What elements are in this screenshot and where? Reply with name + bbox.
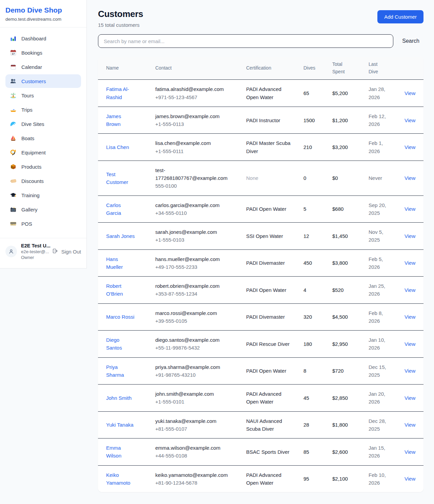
- sidebar-item-dive-sites[interactable]: Dive Sites: [5, 117, 81, 131]
- table-row: Sarah Jonessarah.jones@example.com+1-555…: [98, 223, 423, 250]
- view-customer-link[interactable]: View: [405, 175, 415, 181]
- sidebar-item-label: Equipment: [21, 150, 46, 155]
- view-customer-link[interactable]: View: [405, 422, 415, 428]
- shop-name: Demo Dive Shop: [5, 6, 81, 14]
- view-customer-link[interactable]: View: [405, 341, 415, 347]
- customer-total-spent: $720: [332, 367, 358, 375]
- customer-last-dive: Feb 1, 2026: [369, 139, 394, 155]
- customer-email: yuki.tanaka@example.com: [155, 417, 235, 425]
- credit-card-icon: [10, 220, 17, 227]
- table-row: Hans Muellerhans.mueller@example.com+49-…: [98, 249, 423, 277]
- customer-phone: 555-0100: [155, 182, 235, 190]
- customer-name-link[interactable]: Test Customer: [106, 171, 128, 185]
- view-customer-link[interactable]: View: [405, 206, 415, 212]
- sidebar-item-boats[interactable]: Boats: [5, 131, 81, 145]
- customer-certification: PADI Open Water: [246, 205, 293, 213]
- customer-name-link[interactable]: Diego Santos: [106, 337, 122, 351]
- customer-certification: PADI Divemaster: [246, 313, 293, 321]
- view-customer-link[interactable]: View: [405, 476, 415, 482]
- sidebar-item-equipment[interactable]: Equipment: [5, 146, 81, 159]
- view-customer-link[interactable]: View: [405, 314, 415, 320]
- customer-certification: PADI Advanced Open Water: [246, 390, 293, 406]
- customer-name-link[interactable]: Keiko Yamamoto: [106, 472, 130, 486]
- customer-name-link[interactable]: Priya Sharma: [106, 364, 124, 378]
- sidebar-item-trips[interactable]: Trips: [5, 103, 81, 116]
- view-customer-link[interactable]: View: [405, 395, 415, 401]
- sidebar-item-pos[interactable]: POS: [5, 217, 81, 230]
- customer-name-link[interactable]: Fatima Al-Rashid: [106, 86, 129, 100]
- users-icon: [10, 78, 17, 85]
- user-section: E2E Test U... e2e-tester@... Owner Sign …: [0, 238, 86, 266]
- customer-name-link[interactable]: Robert O'Brien: [106, 283, 123, 297]
- customer-name-link[interactable]: Marco Rossi: [106, 314, 134, 320]
- column-dives: Dives: [295, 57, 324, 80]
- grad-cap-icon: [10, 192, 17, 199]
- customer-name-link[interactable]: John Smith: [106, 395, 132, 401]
- customer-total-spent: $520: [332, 286, 358, 294]
- customer-dives: 180: [303, 340, 321, 348]
- sign-out-button[interactable]: Sign Out: [52, 248, 81, 255]
- table-row: John Smithjohn.smith@example.com+1-555-0…: [98, 385, 423, 412]
- customer-name-link[interactable]: Yuki Tanaka: [106, 422, 134, 428]
- sidebar-item-gallery[interactable]: Gallery: [5, 203, 81, 216]
- column-contact: Contact: [147, 57, 238, 80]
- view-customer-link[interactable]: View: [405, 287, 415, 293]
- customer-name-link[interactable]: Carlos Garcia: [106, 202, 121, 216]
- speedboat-icon: [10, 106, 17, 113]
- customer-email: marco.rossi@example.com: [155, 309, 235, 317]
- customer-name-link[interactable]: James Brown: [106, 113, 121, 127]
- page-title: Customers: [98, 9, 143, 19]
- customer-phone: +44-555-0108: [155, 452, 235, 460]
- table-row: Priya Sharmapriya.sharma@example.com+91-…: [98, 357, 423, 385]
- customer-certification: PADI Master Scuba Diver: [246, 139, 293, 155]
- sidebar-item-calendar[interactable]: Calendar: [5, 60, 81, 74]
- customer-email: lisa.chen@example.com: [155, 139, 235, 147]
- search-row: Search: [98, 34, 423, 48]
- customer-total-spent: $1,800: [332, 421, 358, 429]
- customer-name-link[interactable]: Emma Wilson: [106, 445, 121, 459]
- customer-name-link[interactable]: Lisa Chen: [106, 144, 129, 150]
- add-customer-button[interactable]: Add Customer: [377, 10, 423, 23]
- view-customer-link[interactable]: View: [405, 233, 415, 239]
- user-role: Owner: [21, 255, 48, 260]
- sidebar-item-dashboard[interactable]: Dashboard: [5, 32, 81, 45]
- total-customers-count: 15 total customers: [98, 22, 143, 28]
- sidebar-item-discounts[interactable]: Discounts: [5, 174, 81, 188]
- search-button[interactable]: Search: [402, 38, 419, 44]
- sidebar-item-label: Discounts: [21, 178, 44, 184]
- tag-icon: [10, 178, 17, 184]
- sidebar-item-bookings[interactable]: 17Bookings: [5, 46, 81, 59]
- view-customer-link[interactable]: View: [405, 449, 415, 455]
- customer-dives: 4: [303, 286, 321, 294]
- customer-name-link[interactable]: Hans Mueller: [106, 256, 123, 270]
- sidebar-item-products[interactable]: Products: [5, 160, 81, 173]
- camera-icon: [10, 206, 17, 213]
- customer-email: james.brown@example.com: [155, 112, 235, 120]
- customer-certification: None: [246, 174, 293, 182]
- customer-total-spent: $0: [332, 174, 358, 182]
- sidebar-nav: Dashboard17BookingsCalendarCustomersTour…: [0, 27, 86, 235]
- spiral-calendar-icon: [10, 63, 17, 70]
- table-row: Carlos Garciacarlos.garcia@example.com+3…: [98, 195, 423, 223]
- view-customer-link[interactable]: View: [405, 117, 415, 123]
- table-row: Fatima Al-Rashidfatima.alrashid@example.…: [98, 80, 423, 107]
- sidebar-item-label: POS: [21, 221, 32, 227]
- customer-last-dive: Feb 12, 2026: [369, 112, 394, 128]
- sidebar-item-customers[interactable]: Customers: [5, 74, 81, 88]
- sidebar-item-label: Dive Sites: [21, 121, 44, 127]
- view-customer-link[interactable]: View: [405, 90, 415, 96]
- view-customer-link[interactable]: View: [405, 260, 415, 266]
- sidebar-item-tours[interactable]: Tours: [5, 89, 81, 102]
- customer-dives: 0: [303, 174, 321, 182]
- view-customer-link[interactable]: View: [405, 144, 415, 150]
- view-customer-link[interactable]: View: [405, 368, 415, 374]
- sidebar-item-training[interactable]: Training: [5, 188, 81, 202]
- customer-phone: +49-170-555-2233: [155, 263, 235, 271]
- customer-name-link[interactable]: Sarah Jones: [106, 233, 135, 239]
- customer-dives: 95: [303, 475, 321, 483]
- search-input[interactable]: [98, 34, 393, 48]
- table-row: Yuki Tanakayuki.tanaka@example.com+81-55…: [98, 411, 423, 438]
- column-last-dive: Last Dive: [360, 57, 396, 80]
- customer-last-dive: Nov 5, 2025: [369, 228, 394, 244]
- table-row: Marco Rossimarco.rossi@example.com+39-55…: [98, 303, 423, 331]
